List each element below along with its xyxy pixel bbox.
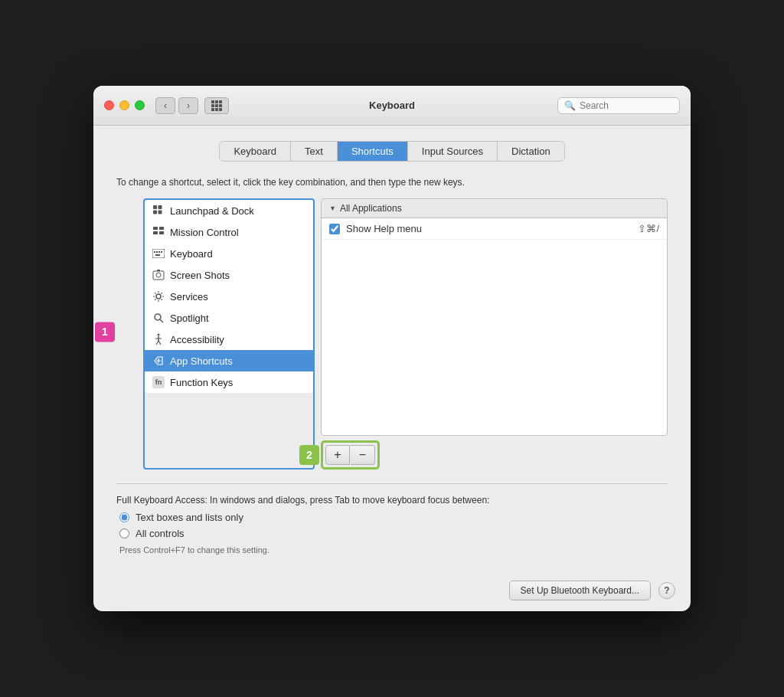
- tab-dictation[interactable]: Dictation: [498, 142, 564, 161]
- svg-point-17: [156, 294, 161, 299]
- accessibility-icon: [152, 333, 165, 345]
- sidebar-item-app-shortcuts[interactable]: App Shortcuts: [145, 350, 313, 371]
- svg-line-24: [158, 341, 161, 345]
- add-shortcut-button[interactable]: +: [325, 445, 350, 465]
- action-buttons-outline: + −: [321, 440, 380, 470]
- shortcut-table: ▼ All Applications Show Help menu ⇧⌘/: [321, 198, 668, 436]
- shortcut-table-header: ▼ All Applications: [322, 199, 667, 218]
- tab-text[interactable]: Text: [291, 142, 338, 161]
- keyboard-icon: [152, 247, 165, 260]
- maximize-button[interactable]: [135, 100, 145, 110]
- shortcut-row[interactable]: Show Help menu ⇧⌘/: [322, 218, 667, 240]
- sidebar-item-screen-shots[interactable]: Screen Shots: [145, 264, 313, 286]
- bottom-bar: Set Up Bluetooth Keyboard... ?: [93, 570, 691, 611]
- expand-triangle-icon: ▼: [329, 205, 336, 212]
- content-area: Keyboard Text Shortcuts Input Sources Di…: [93, 126, 691, 570]
- badge-two: 2: [299, 445, 319, 465]
- svg-rect-11: [158, 251, 160, 253]
- tab-group: Keyboard Text Shortcuts Input Sources Di…: [219, 141, 564, 162]
- sidebar-label-launchpad: Launchpad & Dock: [170, 205, 254, 217]
- sidebar-label-accessibility: Accessibility: [170, 334, 224, 345]
- sidebar-item-accessibility[interactable]: Accessibility: [145, 329, 313, 350]
- minimize-button[interactable]: [119, 100, 129, 110]
- main-outer-wrapper: 1 Launchpad & Dock: [116, 198, 668, 470]
- back-button[interactable]: ‹: [155, 97, 175, 114]
- sidebar-item-keyboard[interactable]: Keyboard: [145, 243, 313, 264]
- sidebar-list: Launchpad & Dock Mission Control: [145, 200, 313, 393]
- sidebar-label-function-keys: Function Keys: [170, 377, 233, 388]
- grid-icon: [211, 100, 222, 111]
- svg-rect-5: [159, 227, 164, 230]
- radio-text-boxes-label: Text boxes and lists only: [136, 512, 243, 523]
- badge-one: 1: [95, 322, 115, 342]
- sidebar-item-launchpad[interactable]: Launchpad & Dock: [145, 200, 313, 221]
- radio-text-boxes-input[interactable]: [119, 512, 129, 522]
- sidebar-label-services: Services: [170, 291, 208, 303]
- keyboard-access-label: Full Keyboard Access: In windows and dia…: [116, 495, 668, 506]
- svg-line-19: [160, 319, 163, 322]
- sidebar-label-mission-control: Mission Control: [170, 227, 239, 238]
- svg-rect-16: [157, 270, 160, 271]
- svg-rect-12: [161, 251, 162, 253]
- forward-button[interactable]: ›: [178, 97, 198, 114]
- svg-rect-7: [159, 231, 164, 234]
- shortcut-checkbox[interactable]: [329, 224, 340, 234]
- svg-rect-3: [158, 211, 162, 214]
- window-title: Keyboard: [369, 100, 415, 111]
- tab-input-sources[interactable]: Input Sources: [408, 142, 498, 161]
- svg-rect-8: [152, 249, 165, 258]
- help-button[interactable]: ?: [658, 582, 675, 599]
- footer-section: Full Keyboard Access: In windows and dia…: [116, 483, 668, 555]
- shortcut-action-buttons: 2 + −: [321, 440, 668, 470]
- tabs-bar: Keyboard Text Shortcuts Input Sources Di…: [116, 141, 668, 162]
- svg-rect-13: [155, 254, 160, 256]
- svg-rect-0: [153, 205, 157, 209]
- svg-point-18: [155, 314, 161, 320]
- sidebar-item-spotlight[interactable]: Spotlight: [145, 307, 313, 329]
- sidebar-label-app-shortcuts: App Shortcuts: [170, 355, 233, 367]
- main-area: Launchpad & Dock Mission Control: [143, 198, 668, 470]
- svg-rect-1: [158, 205, 162, 209]
- search-icon: 🔍: [564, 100, 576, 111]
- tab-keyboard[interactable]: Keyboard: [220, 142, 291, 161]
- svg-rect-6: [153, 231, 158, 234]
- launchpad-icon: [152, 205, 165, 217]
- titlebar: ‹ › Keyboard 🔍: [93, 86, 691, 126]
- hint-text: Press Control+F7 to change this setting.: [119, 545, 668, 555]
- shortcut-panel: ▼ All Applications Show Help menu ⇧⌘/ 2: [321, 198, 668, 470]
- sidebar-list-wrapper: Launchpad & Dock Mission Control: [143, 198, 315, 470]
- svg-rect-2: [153, 211, 157, 214]
- setup-bluetooth-button[interactable]: Set Up Bluetooth Keyboard...: [509, 581, 651, 600]
- svg-rect-9: [154, 251, 155, 253]
- remove-shortcut-button[interactable]: −: [351, 445, 375, 465]
- search-input[interactable]: [580, 100, 673, 111]
- svg-line-23: [156, 341, 158, 345]
- search-box[interactable]: 🔍: [557, 97, 680, 114]
- radio-text-boxes[interactable]: Text boxes and lists only: [119, 512, 668, 523]
- nav-buttons: ‹ ›: [155, 97, 198, 114]
- radio-all-controls-input[interactable]: [119, 528, 129, 538]
- svg-rect-10: [156, 251, 158, 253]
- sidebar-label-spotlight: Spotlight: [170, 313, 209, 324]
- sidebar-label-screen-shots: Screen Shots: [170, 270, 230, 281]
- services-icon: [152, 290, 165, 303]
- app-shortcuts-icon: [152, 355, 165, 367]
- svg-rect-4: [153, 227, 158, 230]
- sidebar-item-services[interactable]: Services: [145, 286, 313, 307]
- radio-all-controls-label: All controls: [136, 528, 185, 539]
- function-keys-icon: fn: [152, 376, 165, 388]
- shortcut-name: Show Help menu: [346, 223, 638, 234]
- tab-shortcuts[interactable]: Shortcuts: [338, 142, 408, 161]
- sidebar-item-mission-control[interactable]: Mission Control: [145, 221, 313, 243]
- svg-point-15: [156, 273, 161, 277]
- keyboard-preferences-window: ‹ › Keyboard 🔍 Keyboard Text Shortcuts I…: [93, 86, 691, 611]
- shortcut-group-name: All Applications: [340, 203, 402, 214]
- radio-all-controls[interactable]: All controls: [119, 528, 668, 539]
- mission-control-icon: [152, 226, 165, 238]
- traffic-lights: [104, 100, 145, 110]
- sidebar-label-keyboard: Keyboard: [170, 248, 213, 260]
- radio-group: Text boxes and lists only All controls: [119, 512, 668, 539]
- close-button[interactable]: [104, 100, 114, 110]
- grid-view-button[interactable]: [204, 97, 229, 114]
- sidebar-item-function-keys[interactable]: fn Function Keys: [145, 371, 313, 393]
